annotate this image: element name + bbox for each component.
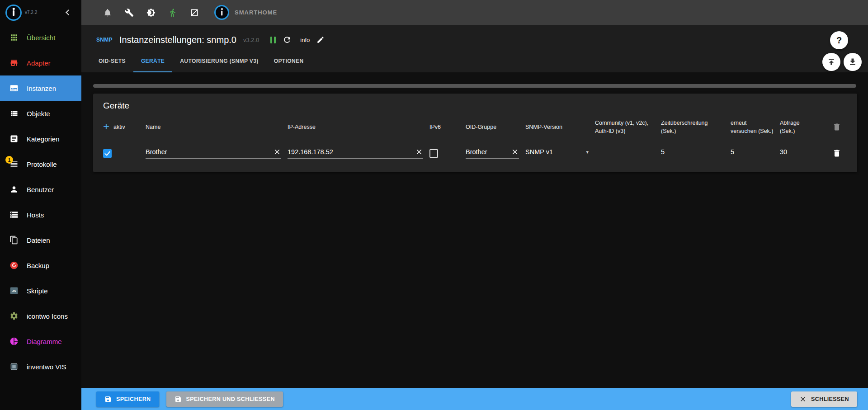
- delete-device-icon[interactable]: [832, 149, 841, 158]
- overview-grid-icon: [9, 33, 19, 42]
- pie-chart-icon: [9, 337, 19, 346]
- community-field: [595, 148, 655, 158]
- interval-field: [780, 148, 808, 158]
- devices-panel-title: Geräte: [93, 94, 857, 113]
- interval-input[interactable]: [780, 148, 808, 156]
- sidebar-item-label: Hosts: [27, 211, 44, 219]
- save-and-close-button[interactable]: SPEICHERN UND SCHLIESSEN: [166, 391, 283, 407]
- timeout-field: [661, 148, 724, 158]
- instance-settings-content: Geräte + aktiv Name IP-Adresse IPv6 OID-…: [81, 72, 868, 388]
- clear-ip-icon[interactable]: [415, 148, 423, 156]
- close-icon: [799, 396, 807, 403]
- device-row: SNMP v1 ▾: [93, 143, 857, 163]
- theme-brightness-icon[interactable]: [146, 8, 156, 17]
- clear-name-icon[interactable]: [273, 148, 281, 156]
- sidebar-item-protokolle[interactable]: 1 Protokolle: [0, 151, 81, 177]
- ipv6-checkbox[interactable]: [429, 149, 438, 158]
- horizontal-scrollbar[interactable]: [93, 84, 856, 88]
- ip-input[interactable]: [288, 148, 412, 156]
- import-config-button[interactable]: [822, 53, 840, 71]
- wrench-settings-icon[interactable]: [125, 8, 134, 17]
- name-input[interactable]: [146, 148, 270, 156]
- close-button[interactable]: SCHLIESSEN: [791, 391, 857, 407]
- delete-all-icon[interactable]: [832, 123, 841, 132]
- help-button[interactable]: ?: [830, 31, 848, 49]
- snmp-version-select[interactable]: SNMP v1 ▾: [525, 148, 589, 158]
- column-oid-gruppe: OID-Gruppe: [466, 123, 519, 131]
- host-name: SMARTHOME: [235, 9, 277, 16]
- save-icon: [104, 396, 112, 403]
- chevron-down-icon: ▾: [586, 149, 589, 155]
- column-snmp-version: SNMP-Version: [525, 123, 589, 131]
- expert-mode-off-icon[interactable]: [190, 8, 199, 17]
- tab-label: AUTORISIERUNG (SNMP V3): [180, 58, 258, 64]
- topbar: SMARTHOME: [81, 0, 868, 25]
- tab-label: OID-SETS: [99, 58, 126, 64]
- guided-tour-person-icon[interactable]: [168, 8, 177, 17]
- download-icon: [848, 57, 857, 66]
- instances-icon: [9, 84, 19, 93]
- sidebar-item-label: Objekte: [27, 110, 50, 118]
- sidebar-item-uebersicht[interactable]: Übersicht: [0, 25, 81, 50]
- tab-geraete[interactable]: GERÄTE: [133, 50, 172, 72]
- save-button-label: SPEICHERN: [116, 396, 151, 402]
- sidebar-item-dateien[interactable]: Dateien: [0, 227, 81, 253]
- timeout-input[interactable]: [661, 148, 724, 156]
- sidebar-item-adapter[interactable]: Adapter: [0, 50, 81, 75]
- name-field: [146, 148, 281, 159]
- sidebar-item-label: Instanzen: [27, 85, 56, 92]
- adapter-tag: SNMP: [96, 37, 113, 43]
- sidebar-item-benutzer[interactable]: Benutzer: [0, 177, 81, 202]
- close-button-label: SCHLIESSEN: [811, 396, 849, 402]
- sidebar-item-instanzen[interactable]: Instanzen: [0, 75, 81, 101]
- tab-oid-sets[interactable]: OID-SETS: [91, 50, 133, 72]
- snmp-version-value: SNMP v1: [525, 148, 583, 156]
- iobroker-logo-icon: [5, 5, 22, 21]
- sidebar-item-skripte[interactable]: JS Skripte: [0, 278, 81, 303]
- pause-instance-icon[interactable]: [270, 37, 276, 43]
- log-count-badge: 1: [5, 156, 13, 164]
- tab-label: OPTIONEN: [274, 58, 304, 64]
- export-config-button[interactable]: [844, 53, 862, 71]
- sidebar-header: v7.2.2: [0, 0, 81, 25]
- sidebar-item-inventwo-vis[interactable]: inventwo VIS: [0, 354, 81, 379]
- sidebar-item-backup[interactable]: Backup: [0, 253, 81, 278]
- notifications-bell-icon[interactable]: [103, 8, 112, 17]
- retry-input[interactable]: [731, 148, 762, 156]
- vis-icon: [9, 363, 19, 371]
- sidebar-item-label: Skripte: [27, 287, 48, 295]
- logs-list-icon: 1: [9, 160, 19, 169]
- user-icon: [9, 185, 19, 194]
- sidebar: v7.2.2 Übersicht Adapter Instanzen Objek…: [0, 0, 81, 410]
- collapse-sidebar-icon[interactable]: [66, 9, 71, 15]
- oid-group-input[interactable]: [466, 148, 508, 156]
- tabs: OID-SETS GERÄTE AUTORISIERUNG (SNMP V3) …: [81, 50, 868, 72]
- sidebar-item-icontwo[interactable]: icontwo Icons: [0, 303, 81, 329]
- sidebar-item-label: Übersicht: [27, 34, 55, 42]
- sidebar-item-label: Adapter: [27, 59, 51, 67]
- restart-instance-icon[interactable]: [283, 35, 292, 44]
- tab-autorisierung[interactable]: AUTORISIERUNG (SNMP V3): [172, 50, 266, 72]
- column-abfrage: Abfrage (Sek.): [780, 119, 815, 135]
- sidebar-item-objekte[interactable]: Objekte: [0, 101, 81, 126]
- devices-panel: Geräte + aktiv Name IP-Adresse IPv6 OID-…: [93, 94, 857, 172]
- sidebar-item-label: Kategorien: [27, 135, 60, 143]
- edit-pencil-icon[interactable]: [316, 36, 325, 44]
- clear-oid-group-icon[interactable]: [511, 148, 519, 156]
- tab-optionen[interactable]: OPTIONEN: [266, 50, 311, 72]
- sidebar-item-hosts[interactable]: Hosts: [0, 202, 81, 227]
- save-button[interactable]: SPEICHERN: [96, 391, 159, 407]
- column-ip-adresse: IP-Adresse: [288, 123, 423, 131]
- add-device-button[interactable]: +: [103, 121, 109, 132]
- sidebar-item-label: Backup: [27, 262, 49, 269]
- sidebar-item-kategorien[interactable]: Kategorien: [0, 126, 81, 151]
- aktiv-checkbox[interactable]: [103, 149, 112, 158]
- sidebar-item-diagramme[interactable]: Diagramme: [0, 329, 81, 354]
- ip-field: [288, 148, 423, 159]
- oid-group-field: [466, 148, 519, 159]
- tab-label: GERÄTE: [141, 58, 165, 64]
- community-input[interactable]: [595, 148, 655, 156]
- javascript-scripts-icon: JS: [9, 286, 19, 295]
- icontwo-gear-icon: [9, 311, 19, 320]
- column-ipv6: IPv6: [429, 123, 459, 131]
